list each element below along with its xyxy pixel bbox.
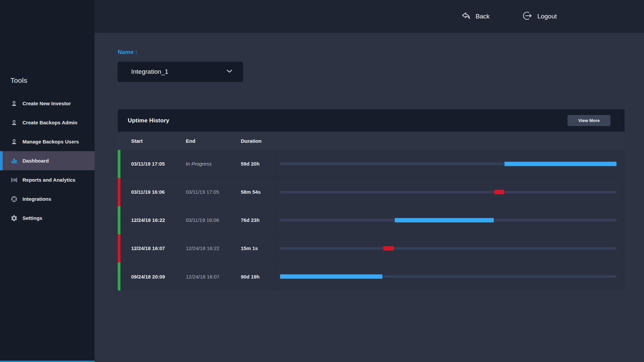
column-header-duration: Duration bbox=[230, 138, 275, 144]
timeline-bar bbox=[280, 275, 382, 279]
timeline-bar bbox=[504, 162, 616, 166]
duration-cell: 15m 1s bbox=[230, 245, 275, 251]
person-icon bbox=[10, 100, 18, 108]
start-cell: 12/24/18 16:07 bbox=[120, 245, 175, 251]
sidebar-item-label: Manage Backops Users bbox=[22, 139, 79, 144]
timeline-track bbox=[280, 275, 616, 278]
integration-dropdown-value: Integration_1 bbox=[131, 68, 168, 75]
sidebar-item-label: Create New Investor bbox=[22, 101, 71, 106]
timeline-track bbox=[280, 219, 616, 222]
timeline-cell bbox=[275, 150, 625, 178]
timeline-track bbox=[280, 247, 616, 250]
start-cell: 03/11/19 16:06 bbox=[120, 189, 175, 195]
integration-dropdown[interactable]: Integration_1 bbox=[118, 62, 243, 82]
timeline-cell bbox=[275, 262, 625, 291]
app-root: Tools Create New Investor Create Backops… bbox=[0, 0, 644, 362]
timeline-bar bbox=[383, 246, 394, 250]
table-row: 03/11/19 17:05 In Progress 59d 20h bbox=[118, 150, 625, 178]
end-cell: 03/11/19 16:06 bbox=[175, 217, 230, 223]
duration-cell: 58m 54s bbox=[230, 189, 275, 195]
person-icon bbox=[10, 138, 18, 146]
panel-title: Uptime History bbox=[128, 117, 169, 124]
status-edge bbox=[118, 234, 120, 262]
chevron-down-icon bbox=[225, 67, 234, 77]
sidebar-item-label: Reports and Analytics bbox=[22, 177, 75, 183]
table-row: 12/24/18 16:07 12/24/18 16:22 15m 1s bbox=[118, 234, 625, 262]
sidebar-item-label: Dashboard bbox=[22, 158, 49, 164]
timeline-cell bbox=[275, 206, 625, 234]
end-cell: 12/24/18 16:07 bbox=[175, 274, 230, 280]
sidebar-bottom-accent bbox=[0, 361, 95, 362]
start-cell: 09/24/18 20:09 bbox=[120, 274, 175, 280]
logout-label: Logout bbox=[537, 13, 557, 20]
timeline-cell bbox=[275, 234, 625, 262]
sidebar-item-dashboard[interactable]: Dashboard bbox=[0, 151, 95, 170]
table-row: 09/24/18 20:09 12/24/18 16:07 90d 19h bbox=[118, 262, 625, 291]
duration-cell: 59d 20h bbox=[230, 161, 275, 167]
status-edge bbox=[118, 178, 120, 206]
sidebar-nav: Create New Investor Create Backops Admin… bbox=[0, 94, 95, 228]
name-filter-label: Name : bbox=[118, 49, 625, 56]
content: Name : Integration_1 Uptime History View… bbox=[95, 33, 644, 362]
person-icon bbox=[10, 119, 18, 127]
sidebar-item-create-backops-admin[interactable]: Create Backops Admin bbox=[0, 113, 95, 132]
column-header-start: Start bbox=[120, 138, 175, 144]
duration-cell: 76d 23h bbox=[230, 217, 275, 223]
bar-chart-icon bbox=[10, 157, 18, 165]
sidebar-item-label: Create Backops Admin bbox=[22, 120, 77, 125]
timeline-bar bbox=[494, 190, 504, 194]
back-button[interactable]: Back bbox=[460, 10, 490, 23]
timeline-cell bbox=[275, 178, 625, 206]
view-more-button[interactable]: View More bbox=[568, 115, 610, 126]
end-cell: 12/24/18 16:22 bbox=[175, 245, 230, 251]
back-arrow-icon bbox=[460, 10, 471, 23]
sidebar-item-create-new-investor[interactable]: Create New Investor bbox=[0, 94, 95, 113]
timeline-track bbox=[280, 163, 616, 165]
hub-icon bbox=[10, 195, 18, 203]
gear-icon bbox=[10, 214, 18, 222]
back-label: Back bbox=[476, 13, 490, 20]
logout-button[interactable]: Logout bbox=[522, 10, 557, 23]
timeline-track bbox=[280, 191, 616, 193]
column-header-end: End bbox=[175, 138, 230, 144]
status-edge bbox=[118, 206, 120, 234]
timeline-bar bbox=[395, 218, 494, 222]
table-row: 12/24/18 16:22 03/11/19 16:06 76d 23h bbox=[118, 206, 625, 234]
sidebar-title: Tools bbox=[10, 76, 95, 84]
start-cell: 12/24/18 16:22 bbox=[120, 217, 175, 223]
uptime-history-header: Uptime History View More bbox=[118, 109, 625, 132]
status-edge bbox=[118, 262, 120, 291]
main-area: Back Logout Name : Integration_1 bbox=[95, 0, 644, 362]
sidebar-item-label: Settings bbox=[22, 215, 42, 221]
start-cell: 03/11/19 17:05 bbox=[120, 161, 175, 167]
status-edge bbox=[118, 150, 120, 178]
poll-icon bbox=[10, 176, 18, 184]
sidebar-item-reports-and-analytics[interactable]: Reports and Analytics bbox=[0, 170, 95, 189]
topbar: Back Logout bbox=[95, 0, 644, 33]
sidebar: Tools Create New Investor Create Backops… bbox=[0, 0, 95, 362]
logout-icon bbox=[522, 10, 533, 23]
sidebar-item-settings[interactable]: Settings bbox=[0, 208, 95, 228]
end-cell: 03/11/19 17:05 bbox=[175, 189, 230, 195]
sidebar-item-manage-backops-users[interactable]: Manage Backops Users bbox=[0, 132, 95, 151]
sidebar-item-integrations[interactable]: Integrations bbox=[0, 189, 95, 208]
table-body: 03/11/19 17:05 In Progress 59d 20h 03/11… bbox=[118, 150, 625, 291]
duration-cell: 90d 19h bbox=[230, 274, 275, 280]
uptime-history-panel: Uptime History View More Start End Durat… bbox=[118, 109, 625, 291]
sidebar-item-label: Integrations bbox=[22, 196, 51, 202]
end-cell: In Progress bbox=[175, 161, 230, 167]
table-row: 03/11/19 16:06 03/11/19 17:05 58m 54s bbox=[118, 178, 625, 206]
table-header-row: Start End Duration bbox=[118, 132, 625, 150]
